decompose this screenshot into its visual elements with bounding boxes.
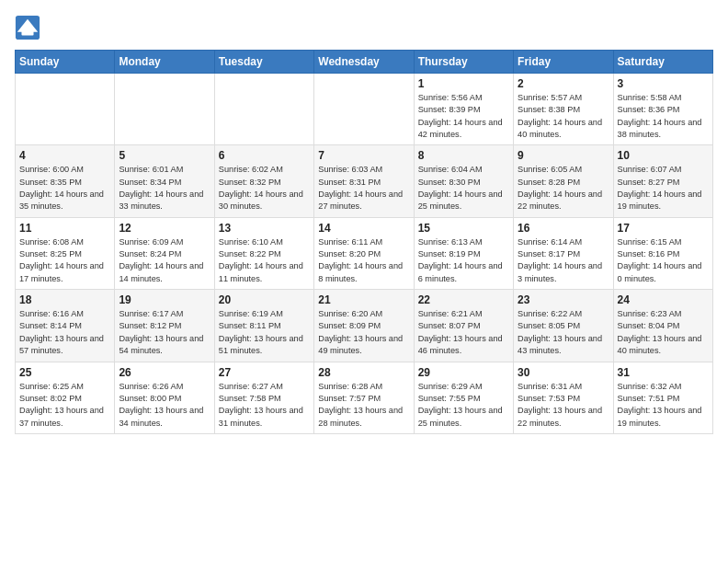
day-number: 17 [618,222,709,235]
day-info: Sunrise: 6:02 AM Sunset: 8:32 PM Dayligh… [219,164,310,213]
header-day-friday: Friday [514,51,613,74]
day-info: Sunrise: 6:28 AM Sunset: 7:57 PM Dayligh… [318,381,409,430]
day-info: Sunrise: 6:14 AM Sunset: 8:17 PM Dayligh… [518,236,609,285]
calendar-header: SundayMondayTuesdayWednesdayThursdayFrid… [16,51,713,74]
day-cell: 8Sunrise: 6:04 AM Sunset: 8:30 PM Daylig… [414,145,513,217]
day-info: Sunrise: 6:07 AM Sunset: 8:27 PM Dayligh… [618,164,709,213]
day-cell: 7Sunrise: 6:03 AM Sunset: 8:31 PM Daylig… [314,145,414,217]
day-cell: 31Sunrise: 6:32 AM Sunset: 7:51 PM Dayli… [613,362,712,433]
day-cell [16,74,115,145]
day-number: 1 [418,77,509,90]
day-info: Sunrise: 6:13 AM Sunset: 8:19 PM Dayligh… [418,236,509,285]
header-day-thursday: Thursday [414,51,513,74]
day-number: 8 [418,149,509,162]
header-day-tuesday: Tuesday [214,51,313,74]
day-number: 28 [318,366,409,379]
day-number: 23 [518,293,609,306]
day-cell: 17Sunrise: 6:15 AM Sunset: 8:16 PM Dayli… [613,217,712,289]
day-number: 30 [518,366,609,379]
day-number: 22 [418,293,509,306]
day-number: 15 [418,222,509,235]
day-info: Sunrise: 6:11 AM Sunset: 8:20 PM Dayligh… [318,236,409,285]
day-cell: 12Sunrise: 6:09 AM Sunset: 8:24 PM Dayli… [115,217,214,289]
day-number: 18 [19,293,110,306]
day-info: Sunrise: 6:31 AM Sunset: 7:53 PM Dayligh… [518,381,609,430]
day-info: Sunrise: 6:08 AM Sunset: 8:25 PM Dayligh… [19,236,110,285]
day-cell: 18Sunrise: 6:16 AM Sunset: 8:14 PM Dayli… [16,290,115,362]
day-number: 19 [119,293,210,306]
week-row-2: 4Sunrise: 6:00 AM Sunset: 8:35 PM Daylig… [16,145,713,217]
page: SundayMondayTuesdayWednesdayThursdayFrid… [0,0,728,443]
day-info: Sunrise: 6:04 AM Sunset: 8:30 PM Dayligh… [418,164,509,213]
day-number: 5 [119,149,210,162]
day-cell: 2Sunrise: 5:57 AM Sunset: 8:38 PM Daylig… [514,74,613,145]
day-info: Sunrise: 6:01 AM Sunset: 8:34 PM Dayligh… [119,164,210,213]
day-info: Sunrise: 5:57 AM Sunset: 8:38 PM Dayligh… [518,92,609,141]
logo-icon [15,15,40,40]
day-number: 31 [618,366,709,379]
day-cell: 21Sunrise: 6:20 AM Sunset: 8:09 PM Dayli… [314,290,414,362]
day-cell: 22Sunrise: 6:21 AM Sunset: 8:07 PM Dayli… [414,290,513,362]
day-number: 11 [19,222,110,235]
day-info: Sunrise: 5:58 AM Sunset: 8:36 PM Dayligh… [618,92,709,141]
day-cell: 16Sunrise: 6:14 AM Sunset: 8:17 PM Dayli… [514,217,613,289]
day-cell: 13Sunrise: 6:10 AM Sunset: 8:22 PM Dayli… [214,217,313,289]
day-info: Sunrise: 6:23 AM Sunset: 8:04 PM Dayligh… [618,308,709,357]
day-info: Sunrise: 6:05 AM Sunset: 8:28 PM Dayligh… [518,164,609,213]
day-info: Sunrise: 6:19 AM Sunset: 8:11 PM Dayligh… [219,308,310,357]
day-cell [115,74,214,145]
day-cell: 1Sunrise: 5:56 AM Sunset: 8:39 PM Daylig… [414,74,513,145]
day-info: Sunrise: 5:56 AM Sunset: 8:39 PM Dayligh… [418,92,509,141]
day-cell: 3Sunrise: 5:58 AM Sunset: 8:36 PM Daylig… [613,74,712,145]
day-info: Sunrise: 6:16 AM Sunset: 8:14 PM Dayligh… [19,308,110,357]
day-cell [314,74,414,145]
calendar-table: SundayMondayTuesdayWednesdayThursdayFrid… [15,50,713,434]
day-number: 3 [618,77,709,90]
header-day-monday: Monday [115,51,214,74]
day-cell: 11Sunrise: 6:08 AM Sunset: 8:25 PM Dayli… [16,217,115,289]
day-cell: 25Sunrise: 6:25 AM Sunset: 8:02 PM Dayli… [16,362,115,433]
day-cell: 28Sunrise: 6:28 AM Sunset: 7:57 PM Dayli… [314,362,414,433]
day-number: 13 [219,222,310,235]
day-cell: 24Sunrise: 6:23 AM Sunset: 8:04 PM Dayli… [613,290,712,362]
logo [15,15,44,40]
header-day-wednesday: Wednesday [314,51,414,74]
header [15,15,713,40]
day-cell: 9Sunrise: 6:05 AM Sunset: 8:28 PM Daylig… [514,145,613,217]
header-day-sunday: Sunday [16,51,115,74]
day-cell: 19Sunrise: 6:17 AM Sunset: 8:12 PM Dayli… [115,290,214,362]
day-info: Sunrise: 6:03 AM Sunset: 8:31 PM Dayligh… [318,164,409,213]
day-info: Sunrise: 6:00 AM Sunset: 8:35 PM Dayligh… [19,164,110,213]
header-row: SundayMondayTuesdayWednesdayThursdayFrid… [16,51,713,74]
week-row-1: 1Sunrise: 5:56 AM Sunset: 8:39 PM Daylig… [16,74,713,145]
day-number: 21 [318,293,409,306]
day-number: 16 [518,222,609,235]
day-number: 7 [318,149,409,162]
day-number: 2 [518,77,609,90]
day-cell: 29Sunrise: 6:29 AM Sunset: 7:55 PM Dayli… [414,362,513,433]
day-info: Sunrise: 6:21 AM Sunset: 8:07 PM Dayligh… [418,308,509,357]
day-info: Sunrise: 6:25 AM Sunset: 8:02 PM Dayligh… [19,381,110,430]
day-cell: 6Sunrise: 6:02 AM Sunset: 8:32 PM Daylig… [214,145,313,217]
day-number: 24 [618,293,709,306]
day-number: 4 [19,149,110,162]
day-number: 20 [219,293,310,306]
day-number: 29 [418,366,509,379]
day-cell: 30Sunrise: 6:31 AM Sunset: 7:53 PM Dayli… [514,362,613,433]
day-number: 6 [219,149,310,162]
day-info: Sunrise: 6:26 AM Sunset: 8:00 PM Dayligh… [119,381,210,430]
day-number: 27 [219,366,310,379]
week-row-4: 18Sunrise: 6:16 AM Sunset: 8:14 PM Dayli… [16,290,713,362]
day-cell: 5Sunrise: 6:01 AM Sunset: 8:34 PM Daylig… [115,145,214,217]
day-cell: 20Sunrise: 6:19 AM Sunset: 8:11 PM Dayli… [214,290,313,362]
day-info: Sunrise: 6:15 AM Sunset: 8:16 PM Dayligh… [618,236,709,285]
day-number: 10 [618,149,709,162]
day-info: Sunrise: 6:32 AM Sunset: 7:51 PM Dayligh… [618,381,709,430]
day-info: Sunrise: 6:22 AM Sunset: 8:05 PM Dayligh… [518,308,609,357]
day-cell [214,74,313,145]
day-info: Sunrise: 6:09 AM Sunset: 8:24 PM Dayligh… [119,236,210,285]
day-info: Sunrise: 6:29 AM Sunset: 7:55 PM Dayligh… [418,381,509,430]
day-info: Sunrise: 6:10 AM Sunset: 8:22 PM Dayligh… [219,236,310,285]
day-cell: 14Sunrise: 6:11 AM Sunset: 8:20 PM Dayli… [314,217,414,289]
day-info: Sunrise: 6:20 AM Sunset: 8:09 PM Dayligh… [318,308,409,357]
